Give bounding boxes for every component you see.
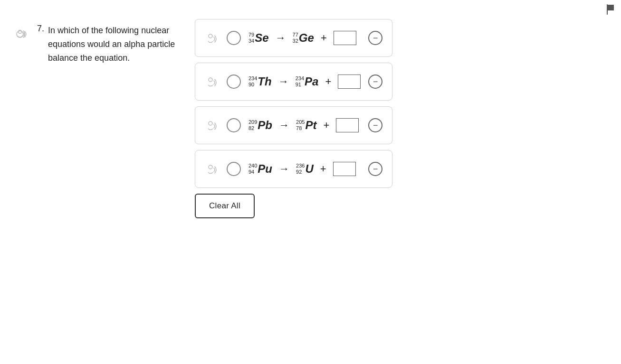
radio-option-a[interactable] <box>227 31 241 45</box>
nuclide-Pt: 205 78 Pt <box>296 119 316 132</box>
minus-button-d[interactable]: − <box>368 162 382 176</box>
clear-all-container: Clear All <box>195 194 392 233</box>
nuclide-Se: 79 34 Se <box>248 31 269 45</box>
answer-box-b[interactable] <box>338 75 361 89</box>
radio-option-b[interactable] <box>227 75 241 89</box>
answer-box-c[interactable] <box>336 118 359 132</box>
answer-audio-d[interactable] <box>205 162 219 176</box>
svg-point-3 <box>209 78 212 82</box>
minus-button-b[interactable]: − <box>368 75 382 89</box>
answer-row-c: 209 82 Pb → 205 78 Pt + − <box>195 106 392 144</box>
equation-b: 234 90 Th → 234 91 Pa + <box>248 75 361 89</box>
equation-d: 240 94 Pu → 236 92 U + <box>248 162 361 176</box>
answer-audio-a[interactable] <box>205 31 219 45</box>
answer-row-d: 240 94 Pu → 236 92 U + − <box>195 150 392 188</box>
nuclide-U: 236 92 U <box>296 162 314 176</box>
answer-row-b: 234 90 Th → 234 91 Pa + − <box>195 63 392 101</box>
answer-box-a[interactable] <box>334 31 356 45</box>
answers-wrapper: 79 34 Se → 77 32 Ge + − <box>195 19 392 233</box>
minus-button-c[interactable]: − <box>368 118 382 132</box>
equation-c: 209 82 Pb → 205 78 Pt + <box>248 118 361 132</box>
answer-audio-c[interactable] <box>205 118 219 132</box>
radio-option-d[interactable] <box>227 162 241 176</box>
answer-audio-b[interactable] <box>205 75 219 89</box>
question-audio-icon[interactable] <box>14 26 31 43</box>
question-text-block: 7. In which of the following nuclear equ… <box>37 24 175 65</box>
svg-point-4 <box>209 121 212 125</box>
nuclide-Pb: 209 82 Pb <box>248 119 272 132</box>
svg-point-5 <box>209 165 212 169</box>
nuclide-Pu: 240 94 Pu <box>248 162 272 176</box>
answer-row-a: 79 34 Se → 77 32 Ge + − <box>195 19 392 57</box>
question-number: 7. <box>37 24 44 65</box>
answer-box-d[interactable] <box>333 162 356 176</box>
svg-point-2 <box>209 34 212 38</box>
question-section: 7. In which of the following nuclear equ… <box>14 19 176 233</box>
main-container: 7. In which of the following nuclear equ… <box>0 0 621 252</box>
equation-a: 79 34 Se → 77 32 Ge + <box>248 31 361 45</box>
minus-button-a[interactable]: − <box>368 31 382 45</box>
clear-all-button[interactable]: Clear All <box>195 194 255 218</box>
flag-icon[interactable] <box>606 4 615 15</box>
question-body: In which of the following nuclear equati… <box>48 24 175 65</box>
nuclide-Pa: 234 91 Pa <box>296 75 319 88</box>
radio-option-c[interactable] <box>227 118 241 132</box>
nuclide-Th: 234 90 Th <box>248 75 272 88</box>
nuclide-Ge: 77 32 Ge <box>293 31 314 45</box>
